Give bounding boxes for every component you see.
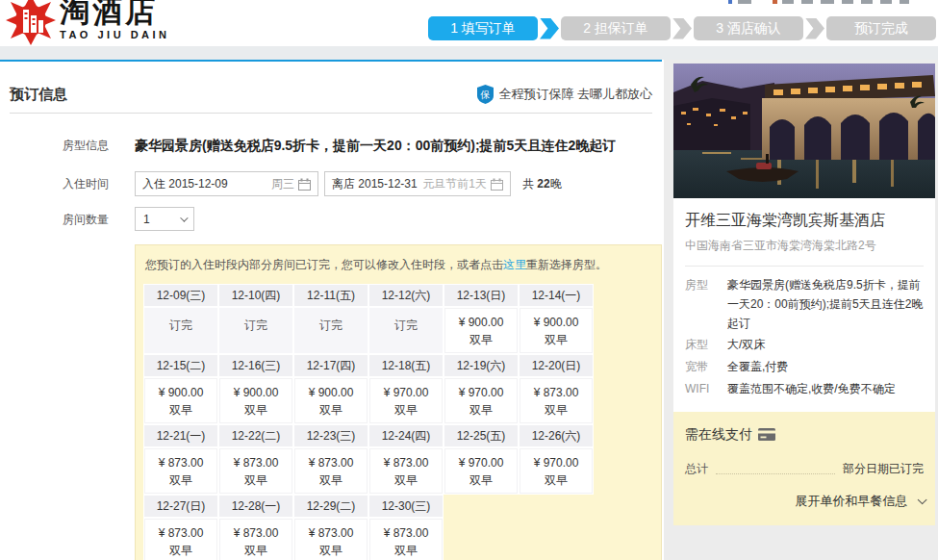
logo-cn-text: 淘酒店 <box>60 0 170 28</box>
calendar-date-cell: 12-15(二) <box>143 354 218 377</box>
guarantee-badge: 保 全程预订保障 去哪儿都放心 <box>477 85 652 104</box>
reselect-room-link[interactable]: 这里 <box>503 258 526 271</box>
calendar-price-cell: ¥ 970.00双早 <box>444 377 519 424</box>
calendar-date-cell: 12-21(一) <box>143 424 218 447</box>
payment-summary-box: 需在线支付 总计 部分日期已订完 展开单价和早餐信息 <box>673 412 935 525</box>
calendar-price-cell: ¥ 970.00双早 <box>368 377 444 424</box>
step-arrow-icon <box>672 18 692 39</box>
step-guarantee-order: 2 担保订单 <box>561 16 671 40</box>
rate-calendar: 12-09(三)12-10(四)12-11(五)12-12(六)12-13(日)… <box>143 284 653 560</box>
calendar-date-cell: 12-25(五) <box>444 424 519 447</box>
calendar-price-cell: ¥ 900.00双早 <box>444 307 519 354</box>
calendar-date-cell: 12-12(六) <box>368 284 444 307</box>
calendar-date-cell: 12-16(三) <box>218 354 293 377</box>
calendar-date-cell: 12-14(一) <box>519 284 594 307</box>
calendar-date-cell: 12-30(三) <box>368 495 444 518</box>
calendar-date-cell: 12-19(六) <box>444 354 519 377</box>
top-header: 淘酒店 TAO JIU DAIN 1 填写订单 2 担保订单 3 酒店确认 预订… <box>0 0 938 46</box>
calendar-price-cell: ¥ 970.00双早 <box>519 447 594 495</box>
checkin-date-field[interactable]: 入住 2015-12-09 周三 <box>135 171 318 196</box>
nights-count: 22 <box>537 177 549 191</box>
logo-emblem-icon <box>6 0 56 46</box>
total-nights: 共 22晚 <box>522 171 562 196</box>
section-divider <box>10 113 652 114</box>
calendar-price-cell: ¥ 900.00双早 <box>293 377 368 424</box>
calendar-price-cell: ¥ 873.00双早 <box>143 447 218 495</box>
calendar-date-cell: 12-11(五) <box>293 284 368 307</box>
calendar-date-cell: 12-18(五) <box>368 354 444 377</box>
calendar-price-cell: ¥ 873.00双早 <box>218 447 293 495</box>
calendar-icon <box>491 178 503 191</box>
checkin-date-value: 入住 2015-12-09 <box>142 176 228 192</box>
calendar-price-cell: ¥ 873.00双早 <box>293 447 368 495</box>
shield-icon: 保 <box>477 85 494 104</box>
hotel-address: 中国海南省三亚市海棠湾海棠北路2号 <box>685 238 924 254</box>
hotel-name: 开维三亚海棠湾凯宾斯基酒店 <box>685 211 924 231</box>
checkin-weekday: 周三 <box>271 176 294 192</box>
room-type-value: 豪华园景房(赠送免税店9.5折卡，提前一天20：00前预约);提前5天且连住2晚… <box>135 133 616 158</box>
calendar-date-cell: 12-10(四) <box>218 284 293 307</box>
calendar-date-cell: 12-29(二) <box>293 495 368 518</box>
calendar-date-cell: 12-20(日) <box>519 354 594 377</box>
site-logo[interactable]: 淘酒店 TAO JIU DAIN <box>6 0 170 46</box>
calendar-date-cell: 12-23(三) <box>293 424 368 447</box>
checkout-date-value: 离店 2015-12-31 <box>332 176 418 192</box>
chevron-down-icon <box>180 214 188 221</box>
calendar-date-cell: 12-26(六) <box>519 424 594 447</box>
room-count-value: 1 <box>143 213 150 226</box>
shield-glyph: 保 <box>480 89 491 100</box>
sidebar-divider <box>685 266 924 267</box>
step-arrow-icon <box>805 18 824 39</box>
chevron-down-icon <box>918 495 927 504</box>
detail-row-bed-type: 床型 大/双床 <box>685 336 924 355</box>
credit-card-icon <box>758 428 775 441</box>
calendar-icon <box>298 178 311 191</box>
expand-price-breakfast-link[interactable]: 展开单价和早餐信息 <box>685 493 924 510</box>
calendar-price-cell: ¥ 873.00双早 <box>218 518 293 560</box>
payment-title: 需在线支付 <box>685 426 924 444</box>
calendar-soldout-cell: 订完 <box>293 307 368 354</box>
checkout-holiday-note: 元旦节前1天 <box>422 176 487 192</box>
hotel-summary-card: 开维三亚海棠湾凯宾斯基酒店 中国海南省三亚市海棠湾海棠北路2号 房型 豪华园景房… <box>673 64 935 525</box>
calendar-price-cell: ¥ 900.00双早 <box>218 377 293 424</box>
calendar-date-cell: 12-13(日) <box>444 284 519 307</box>
calendar-price-cell: ¥ 873.00双早 <box>293 518 368 560</box>
total-row: 总计 部分日期已订完 <box>685 461 924 477</box>
calendar-date-cell: 12-28(一) <box>218 495 293 518</box>
calendar-price-cell: ¥ 873.00双早 <box>519 377 594 424</box>
calendar-date-cell: 12-27(日) <box>143 495 218 518</box>
step-arrow-icon <box>540 18 559 39</box>
calendar-price-cell: ¥ 970.00双早 <box>444 447 519 495</box>
calendar-price-cell: ¥ 873.00双早 <box>143 518 218 560</box>
guarantee-badge-label: 全程预订保障 去哪儿都放心 <box>498 86 652 103</box>
hotel-photo <box>673 64 935 198</box>
logo-en-text: TAO JIU DAIN <box>60 29 170 40</box>
calendar-price-cell: ¥ 873.00双早 <box>368 447 444 495</box>
calendar-date-cell: 12-17(四) <box>293 354 368 377</box>
booking-form-panel: 预订信息 保 全程预订保障 去哪儿都放心 房型信息 豪华园景房(赠送免税店9.5… <box>0 62 662 560</box>
calendar-soldout-cell: 订完 <box>368 307 444 354</box>
page-title: 预订信息 <box>10 86 67 104</box>
hotel-summary-region: 开维三亚海棠湾凯宾斯基酒店 中国海南省三亚市海棠湾海棠北路2号 房型 豪华园景房… <box>664 60 938 560</box>
detail-row-room-type: 房型 豪华园景房(赠送免税店9.5折卡，提前一天20：00前预约);提前5天且连… <box>685 276 924 333</box>
step-booking-complete: 预订完成 <box>826 16 936 40</box>
total-status: 部分日期已订完 <box>843 461 924 477</box>
checkout-progress-steps: 1 填写订单 2 担保订单 3 酒店确认 预订完成 <box>428 16 936 40</box>
total-label: 总计 <box>685 461 708 477</box>
header-gray-band <box>0 46 938 60</box>
checkout-date-field[interactable]: 离店 2015-12-31 元旦节前1天 <box>324 171 511 196</box>
detail-row-wifi: WIFI 覆盖范围不确定,收费/免费不确定 <box>685 380 924 399</box>
clipped-topbar-fragments <box>728 0 921 5</box>
detail-row-broadband: 宽带 全覆盖,付费 <box>685 358 924 377</box>
room-type-label: 房型信息 <box>63 133 132 158</box>
room-count-select[interactable]: 1 <box>135 207 194 231</box>
stay-dates-label: 入住时间 <box>63 171 132 196</box>
dotted-leader <box>716 473 835 474</box>
availability-notice-box: 您预订的入住时段内部分房间已订完，您可以修改入住时段，或者点击这里重新选择房型。… <box>135 244 662 560</box>
calendar-price-cell: ¥ 900.00双早 <box>143 377 218 424</box>
calendar-date-cell: 12-22(二) <box>218 424 293 447</box>
room-count-label: 房间数量 <box>63 207 132 232</box>
step-fill-order: 1 填写订单 <box>428 16 538 40</box>
calendar-price-cell: ¥ 900.00双早 <box>519 307 594 354</box>
availability-notice-text: 您预订的入住时段内部分房间已订完，您可以修改入住时段，或者点击这里重新选择房型。 <box>143 257 653 273</box>
